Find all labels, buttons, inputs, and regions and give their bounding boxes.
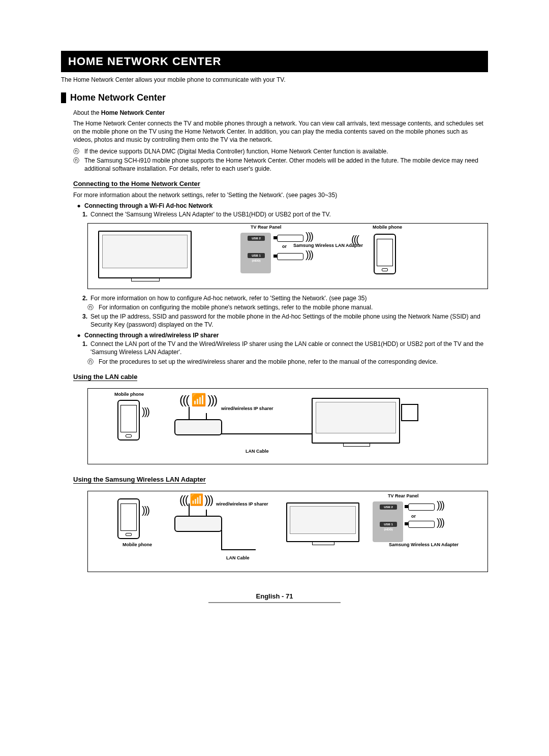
- adhoc-step-1: 1. Connect the 'Samsung Wireless LAN Ada…: [73, 210, 488, 218]
- panel-icon: USB 2 USB 1 (HDD): [373, 501, 403, 542]
- diagram-adhoc: TV Rear Panel USB 2 USB 1 (HDD) ))) or S…: [87, 223, 488, 289]
- label-sharer: wired/wireless IP sharer: [221, 406, 273, 411]
- note-icon: ⓝ: [73, 147, 84, 155]
- note-sch-i910: ⓝ The Samsung SCH-i910 mobile phone supp…: [73, 156, 488, 173]
- note-icon: ⓝ: [87, 303, 99, 311]
- cable-line: [221, 433, 313, 434]
- label-mobile-phone: Mobile phone: [123, 542, 152, 547]
- using-adapter-heading: Using the Samsung Wireless LAN Adapter: [73, 476, 206, 484]
- connecting-heading: Connecting to the Home Network Center: [73, 180, 200, 188]
- label-or: or: [282, 244, 287, 249]
- note-dlna: ⓝ If the device supports DLNA DMC (Digit…: [73, 147, 488, 155]
- antenna-waves-icon: ((( 📶 ))): [179, 393, 217, 407]
- radio-waves-icon: ))): [142, 406, 149, 418]
- label-lan-cable: LAN Cable: [246, 449, 269, 454]
- adhoc-step-3: 3. Set up the IP address, SSID and passw…: [73, 312, 488, 329]
- about-label: About the Home Network Center: [73, 109, 488, 116]
- tv-icon: [98, 231, 192, 278]
- section-heading: Home Network Center: [61, 92, 488, 103]
- bullet-adhoc: ● Connecting through a Wi-Fi Ad-hoc Netw…: [73, 202, 488, 209]
- adhoc-step-2: 2. For more information on how to config…: [73, 294, 488, 302]
- label-tv-rear-panel: TV Rear Panel: [388, 493, 419, 498]
- about-paragraph: The Home Network Center connects the TV …: [73, 119, 488, 144]
- tv-icon: [312, 398, 400, 444]
- intro-text: The Home Network Center allows your mobi…: [61, 76, 488, 83]
- phone-icon: [117, 498, 140, 539]
- radio-waves-icon: ))): [352, 234, 359, 245]
- label-or: or: [411, 514, 416, 519]
- radio-waves-icon: ))): [437, 499, 444, 511]
- sharer-note: ⓝ For the procedures to set up the wired…: [87, 358, 488, 366]
- label-lan-cable: LAN Cable: [226, 555, 250, 560]
- label-tv-rear-panel: TV Rear Panel: [251, 225, 282, 230]
- bullet-icon: ●: [73, 202, 84, 209]
- bullet-icon: ●: [73, 332, 84, 339]
- diagram-lan-cable: Mobile phone ))) ((( 📶 ))) wired/wireles…: [87, 388, 488, 464]
- sharer-step-1: 1. Connect the LAN port of the TV and th…: [73, 340, 488, 356]
- connecting-para: For more information about the network s…: [73, 191, 488, 199]
- usb-adapter-icon: [277, 253, 303, 260]
- label-sharer: wired/wireless IP sharer: [216, 501, 268, 507]
- label-mobile-phone: Mobile phone: [373, 225, 402, 230]
- phone-icon: [117, 400, 140, 440]
- router-icon: [174, 419, 222, 435]
- phone-icon: [374, 234, 396, 274]
- usb-adapter-icon: [408, 521, 435, 528]
- tv-icon: [286, 502, 359, 542]
- note-icon: ⓝ: [87, 358, 99, 366]
- manual-page: Home Network Center The Home Network Cen…: [0, 0, 549, 623]
- diagram-wireless-adapter: ))) Mobile phone ((( 📶 ))) wired/wireles…: [87, 491, 488, 572]
- radio-waves-icon: ))): [437, 517, 444, 528]
- panel-icon: USB 2 USB 1 (HDD): [240, 233, 271, 273]
- lan-port-icon: [401, 404, 418, 421]
- label-adapter: Samsung Wireless LAN Adapter: [389, 542, 459, 547]
- radio-waves-icon: ))): [306, 231, 313, 242]
- usb-adapter-icon: [277, 235, 303, 242]
- page-footer: English - 71: [61, 592, 488, 603]
- page-title-bar: Home Network Center: [61, 51, 488, 72]
- radio-waves-icon: ))): [306, 249, 313, 261]
- note-icon: ⓝ: [73, 156, 84, 173]
- using-lan-heading: Using the LAN cable: [73, 373, 137, 381]
- antenna-waves-icon: ((( 📶 ))): [179, 493, 212, 507]
- adhoc-step-2-note: ⓝ For information on configuring the mob…: [87, 303, 488, 311]
- usb-adapter-icon: [408, 503, 435, 511]
- bullet-sharer: ● Connecting through a wired/wireless IP…: [73, 332, 488, 339]
- label-mobile-phone: Mobile phone: [114, 392, 144, 397]
- router-icon: [174, 516, 222, 532]
- radio-waves-icon: ))): [142, 505, 149, 516]
